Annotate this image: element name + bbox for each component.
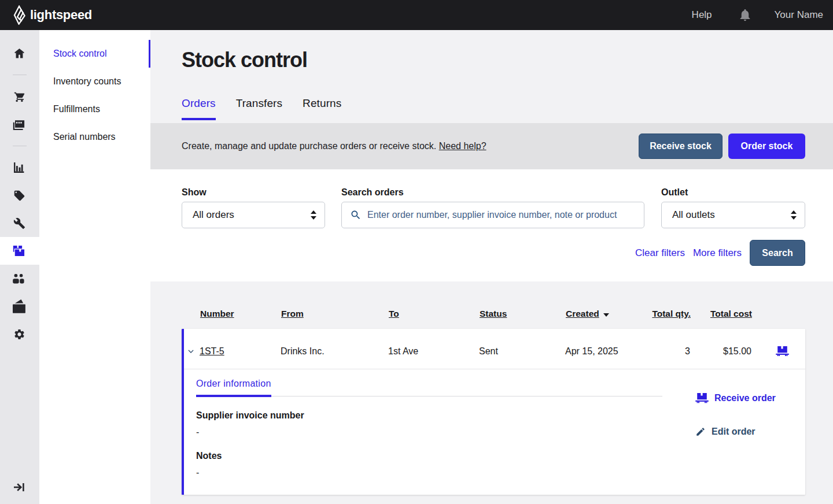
receive-stock-button[interactable]: Receive stock bbox=[639, 134, 723, 159]
column-from[interactable]: From bbox=[281, 308, 389, 319]
help-link[interactable]: Help bbox=[692, 9, 712, 21]
order-stock-button[interactable]: Order stock bbox=[728, 134, 805, 159]
rail-item-inventory[interactable] bbox=[0, 237, 39, 265]
tag-icon bbox=[13, 190, 25, 202]
show-filter-group: Show All orders bbox=[182, 187, 325, 228]
rail-spacer bbox=[0, 348, 39, 473]
sidebar-item-stock-control[interactable]: Stock control bbox=[39, 40, 150, 68]
filters-row: Show All orders Search orders bbox=[182, 187, 805, 228]
table-header: Number From To Status Created Total qty.… bbox=[182, 308, 805, 319]
more-filters-link[interactable]: More filters bbox=[693, 247, 742, 259]
lightspeed-logo-icon bbox=[13, 5, 26, 25]
order-number: 1ST-5 bbox=[200, 346, 281, 357]
orders-table: Number From To Status Created Total qty.… bbox=[150, 308, 833, 495]
order-status: Sent bbox=[479, 346, 565, 357]
rail-divider bbox=[13, 146, 27, 146]
filters-panel: Show All orders Search orders bbox=[150, 169, 833, 281]
expanded-actions: Receive order Edit order bbox=[695, 378, 776, 495]
rail-item-customers[interactable] bbox=[0, 265, 39, 292]
tab-orders[interactable]: Orders bbox=[182, 98, 216, 120]
home-icon bbox=[13, 47, 25, 60]
rail-item-reporting[interactable] bbox=[0, 154, 39, 181]
rail-item-till[interactable] bbox=[0, 292, 39, 320]
tab-order-information[interactable]: Order information bbox=[196, 378, 271, 397]
expanded-tabs: Order information bbox=[196, 378, 662, 397]
receive-order-link[interactable]: Receive order bbox=[695, 393, 776, 403]
outlet-select[interactable]: All outlets bbox=[661, 202, 805, 228]
select-arrows-icon bbox=[791, 210, 797, 220]
column-number[interactable]: Number bbox=[200, 308, 281, 319]
search-orders-input[interactable] bbox=[367, 210, 637, 220]
rail-item-sell[interactable] bbox=[0, 83, 39, 110]
notifications-bell-icon[interactable] bbox=[738, 8, 752, 22]
column-created-label: Created bbox=[566, 309, 599, 318]
expanded-details: Order information Supplier invoice numbe… bbox=[196, 378, 662, 495]
column-created[interactable]: Created bbox=[566, 308, 644, 319]
rail-item-catalog[interactable] bbox=[0, 181, 39, 209]
show-select[interactable]: All orders bbox=[182, 202, 325, 228]
sidebar-item-fulfillments[interactable]: Fulfillments bbox=[39, 95, 150, 123]
order-to: 1st Ave bbox=[388, 346, 479, 357]
rail-item-tools[interactable] bbox=[0, 209, 39, 237]
order-total-qty: 3 bbox=[644, 346, 690, 357]
topbar: lightspeed Help Your Name bbox=[0, 0, 833, 30]
sidebar-item-inventory-counts[interactable]: Inventory counts bbox=[39, 68, 150, 95]
register-icon bbox=[13, 118, 25, 131]
sidebar-item-label: Stock control bbox=[53, 49, 106, 59]
notes-label: Notes bbox=[196, 450, 662, 461]
screen: lightspeed Help Your Name bbox=[0, 0, 833, 504]
collapse-sidebar-button[interactable] bbox=[0, 473, 39, 501]
column-status[interactable]: Status bbox=[480, 308, 566, 319]
outlet-label: Outlet bbox=[661, 187, 805, 198]
order-total-cost: $15.00 bbox=[690, 346, 751, 357]
edit-order-link[interactable]: Edit order bbox=[695, 427, 776, 437]
topbar-right: Help Your Name bbox=[692, 8, 823, 22]
outlet-filter-group: Outlet All outlets bbox=[661, 187, 805, 228]
order-created: Apr 15, 2025 bbox=[565, 346, 644, 357]
inventory-boxes-icon bbox=[13, 244, 25, 257]
cart-icon bbox=[13, 91, 25, 103]
icon-rail bbox=[0, 30, 39, 504]
column-to[interactable]: To bbox=[389, 308, 480, 319]
receive-order-icon-button[interactable] bbox=[751, 346, 805, 357]
expander-chevron-icon[interactable] bbox=[184, 348, 200, 355]
need-help-link[interactable]: Need help? bbox=[439, 141, 486, 151]
wrench-icon bbox=[13, 217, 25, 229]
user-menu[interactable]: Your Name bbox=[775, 9, 823, 21]
tabline bbox=[271, 396, 662, 396]
tabs: Orders Transfers Returns bbox=[182, 98, 805, 120]
pallet-icon bbox=[695, 393, 709, 403]
order-number-link[interactable]: 1ST-5 bbox=[200, 346, 224, 356]
tab-transfers[interactable]: Transfers bbox=[236, 98, 282, 120]
search-button[interactable]: Search bbox=[750, 240, 805, 266]
secondary-sidebar: Stock control Inventory counts Fulfillme… bbox=[39, 30, 150, 504]
show-label: Show bbox=[182, 187, 325, 198]
search-orders-box bbox=[341, 202, 644, 228]
collapse-icon bbox=[14, 483, 24, 491]
rail-divider bbox=[13, 75, 27, 75]
app-body: Stock control Inventory counts Fulfillme… bbox=[0, 30, 833, 504]
notes-value: - bbox=[196, 467, 662, 478]
order-expanded: Order information Supplier invoice numbe… bbox=[184, 369, 805, 495]
sidebar-item-label: Fulfillments bbox=[53, 104, 100, 114]
pallet-icon bbox=[776, 346, 789, 357]
tab-returns[interactable]: Returns bbox=[303, 98, 341, 120]
column-total-qty[interactable]: Total qty. bbox=[644, 308, 691, 319]
rail-item-settings[interactable] bbox=[0, 320, 39, 348]
sidebar-item-label: Inventory counts bbox=[53, 76, 121, 87]
brand-name: lightspeed bbox=[30, 8, 92, 23]
brand: lightspeed bbox=[13, 5, 92, 25]
search-orders-label: Search orders bbox=[341, 187, 644, 198]
clear-filters-link[interactable]: Clear filters bbox=[635, 247, 685, 259]
bar-chart-icon bbox=[14, 162, 24, 173]
rail-item-register[interactable] bbox=[0, 110, 39, 138]
sort-desc-icon bbox=[603, 313, 609, 317]
order-card: 1ST-5 Drinks Inc. 1st Ave Sent Apr 15, 2… bbox=[182, 329, 805, 495]
filter-actions: Clear filters More filters Search bbox=[182, 240, 805, 266]
column-total-cost[interactable]: Total cost bbox=[691, 308, 752, 319]
sidebar-item-serial-numbers[interactable]: Serial numbers bbox=[39, 123, 150, 151]
rail-item-home[interactable] bbox=[0, 39, 39, 67]
pencil-icon bbox=[695, 427, 706, 437]
order-row[interactable]: 1ST-5 Drinks Inc. 1st Ave Sent Apr 15, 2… bbox=[184, 329, 805, 369]
order-from: Drinks Inc. bbox=[281, 346, 388, 357]
